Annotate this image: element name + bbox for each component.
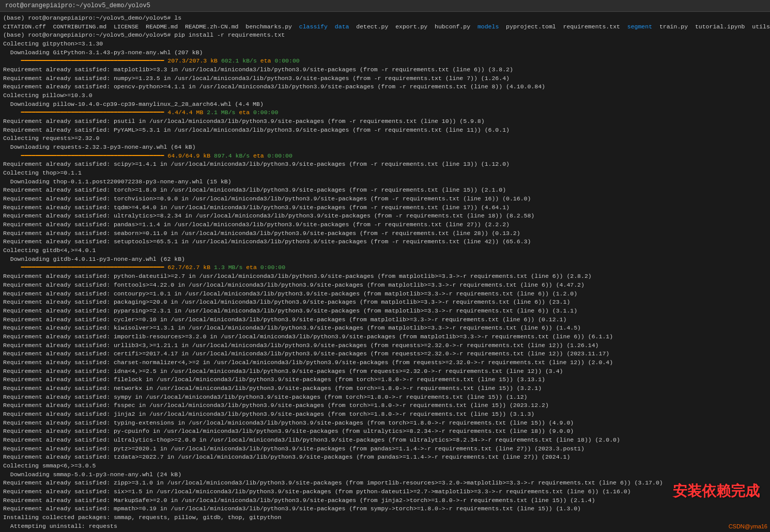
line: Requirement already satisfied: MarkupSaf… <box>3 496 767 505</box>
line: Requirement already satisfied: pandas>=1… <box>3 221 767 229</box>
line: Downloading gitdb-4.0.11-py3-none-any.wh… <box>3 255 767 264</box>
line: Requirement already satisfied: seaborn>=… <box>3 229 767 238</box>
line: Requirement already satisfied: torchvisi… <box>3 195 767 204</box>
line: Requirement already satisfied: ultralyti… <box>3 212 767 221</box>
line: Collecting pillow>=10.3.0 <box>3 91 767 100</box>
line: Downloading requests-2.32.3-py3-none-any… <box>3 143 767 152</box>
line: Attempting uninstall: requests <box>3 522 767 531</box>
line: Requirement already satisfied: PyYAML>=5… <box>3 126 767 135</box>
line: Requirement already satisfied: cycler>=0… <box>3 316 767 324</box>
line: Installing collected packages: smmap, re… <box>3 513 767 522</box>
line: Requirement already satisfied: pyparsing… <box>3 307 767 316</box>
line: ━━━━━━━━━━━━━━━━━━━━━━━━━━━━━━━━━━━━━━━━… <box>3 152 767 161</box>
csdn-badge: CSDN@yma16 <box>729 523 767 529</box>
line: Requirement already satisfied: mpmath>=0… <box>3 505 767 513</box>
line: Downloading thop-0.1.1.post2209072238-py… <box>3 178 767 186</box>
line: Requirement already satisfied: psutil in… <box>3 117 767 126</box>
line: Requirement already satisfied: networkx … <box>3 384 767 393</box>
line: Requirement already satisfied: tzdata>=2… <box>3 453 767 462</box>
line: Requirement already satisfied: certifi>=… <box>3 350 767 358</box>
line: Requirement already satisfied: contourpy… <box>3 290 767 299</box>
line: Requirement already satisfied: zipp>=3.1… <box>3 479 767 488</box>
line: Requirement already satisfied: setuptool… <box>3 238 767 246</box>
line: (base) root@orangepiaipro:~/yolov5_demo/… <box>3 31 767 40</box>
line: (base) root@orangepiaipro:~/yolov5_demo/… <box>3 14 767 23</box>
line: Requirement already satisfied: importlib… <box>3 333 767 341</box>
line: Collecting gitpython>=3.1.30 <box>3 40 767 49</box>
line: Requirement already satisfied: idna<4,>=… <box>3 367 767 376</box>
line: Requirement already satisfied: numpy>=1.… <box>3 74 767 83</box>
line: Requirement already satisfied: py-cpuinf… <box>3 427 767 436</box>
line: Downloading smmap-5.0.1-py3-none-any.whl… <box>3 471 767 479</box>
terminal-window: root@orangepiaipro:~/yolov5_demo/yolov5 … <box>0 0 770 532</box>
line: ━━━━━━━━━━━━━━━━━━━━━━━━━━━━━━━━━━━━━━━━… <box>3 108 767 117</box>
line: Requirement already satisfied: urllib3<3… <box>3 341 767 350</box>
watermark-text: 安装依赖完成 <box>673 481 760 501</box>
line: Collecting gitdb<4,>=4.0.1 <box>3 246 767 255</box>
line: Requirement already satisfied: torch>=1.… <box>3 186 767 195</box>
line: Requirement already satisfied: fonttools… <box>3 281 767 290</box>
line: Downloading GitPython-3.1.43-py3-none-an… <box>3 49 767 57</box>
line: Collecting requests>=2.32.0 <box>3 134 767 143</box>
line: Requirement already satisfied: fsspec in… <box>3 401 767 410</box>
line: Requirement already satisfied: ultralyti… <box>3 436 767 445</box>
line: Requirement already satisfied: charset-n… <box>3 358 767 367</box>
line: Requirement already satisfied: packaging… <box>3 298 767 307</box>
line: Requirement already satisfied: kiwisolve… <box>3 324 767 333</box>
line: Collecting thop>=0.1.1 <box>3 169 767 178</box>
line: Requirement already satisfied: python-da… <box>3 272 767 281</box>
line: Downloading pillow-10.4.0-cp39-cp39-many… <box>3 100 767 109</box>
title-bar: root@orangepiaipro:~/yolov5_demo/yolov5 <box>0 0 770 12</box>
line: Requirement already satisfied: tqdm>=4.6… <box>3 204 767 212</box>
line: CITATION.cff CONTRIBUTING.md LICENSE REA… <box>3 23 767 32</box>
line: Requirement already satisfied: six>=1.5 … <box>3 488 767 496</box>
line: ━━━━━━━━━━━━━━━━━━━━━━━━━━━━━━━━━━━━━━━━… <box>3 57 767 66</box>
line: Requirement already satisfied: filelock … <box>3 375 767 384</box>
terminal-content: (base) root@orangepiaipro:~/yolov5_demo/… <box>0 12 770 532</box>
line: Requirement already satisfied: sympy in … <box>3 393 767 402</box>
line: Requirement already satisfied: matplotli… <box>3 66 767 74</box>
line: Requirement already satisfied: opencv-py… <box>3 83 767 91</box>
terminal-title: root@orangepiaipro:~/yolov5_demo/yolov5 <box>5 2 150 9</box>
line: Requirement already satisfied: jinja2 in… <box>3 410 767 419</box>
line: Collecting smmap<6,>=3.0.5 <box>3 462 767 471</box>
line: ━━━━━━━━━━━━━━━━━━━━━━━━━━━━━━━━━━━━━━━━… <box>3 263 767 272</box>
line: Requirement already satisfied: scipy>=1.… <box>3 160 767 169</box>
line: Requirement already satisfied: pytz>=202… <box>3 445 767 453</box>
line: Requirement already satisfied: typing-ex… <box>3 419 767 428</box>
